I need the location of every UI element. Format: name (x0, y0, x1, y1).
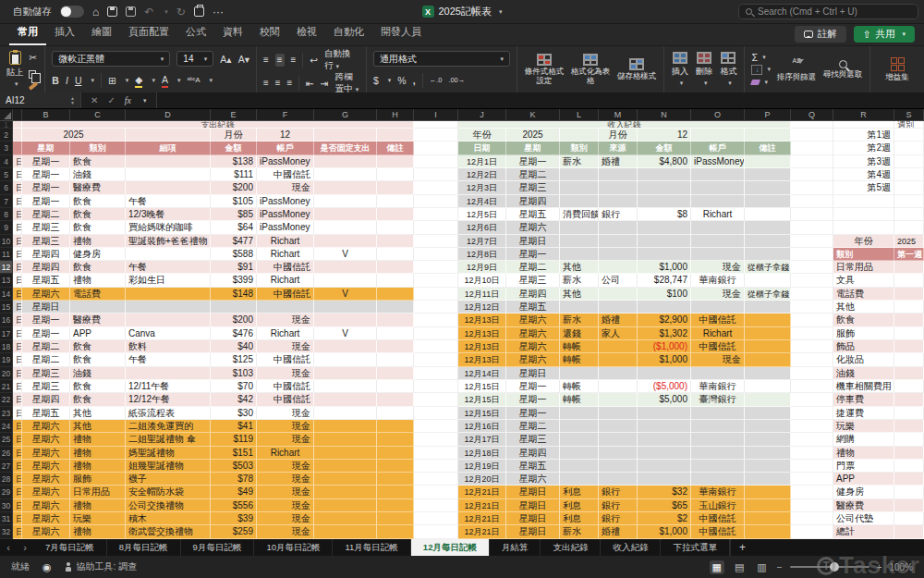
cell-G21[interactable] (314, 380, 377, 393)
cell-C9[interactable]: 飲食 (70, 221, 126, 234)
cell-E31[interactable]: $39 (211, 512, 257, 525)
row-header-31[interactable]: 31 (0, 512, 13, 525)
column-header-income-6[interactable]: 備註 (745, 141, 791, 154)
cell-F21[interactable]: 中國信託 (257, 380, 314, 393)
cell-I8[interactable] (414, 208, 458, 221)
cell-Q10[interactable] (791, 235, 833, 248)
ribbon-tab-8[interactable]: 自動化 (325, 21, 372, 45)
cell-S22[interactable] (894, 393, 924, 406)
cell-H28[interactable] (377, 473, 414, 486)
cell-M18[interactable] (599, 340, 638, 353)
cell-S25[interactable] (894, 433, 924, 446)
cell-K5[interactable]: 星期二 (506, 168, 560, 181)
cell-N9[interactable] (638, 221, 691, 234)
cell-I17[interactable] (414, 327, 458, 340)
cell-P16[interactable] (745, 314, 791, 326)
column-header-income-5[interactable]: 帳戶 (691, 141, 745, 154)
cell-B14[interactable]: 星期六 (22, 288, 70, 301)
cell-E23[interactable]: $30 (211, 407, 257, 420)
cell-G25[interactable] (314, 433, 377, 446)
cell-M26[interactable] (599, 447, 638, 460)
cell-L6[interactable] (560, 181, 599, 194)
cell-H17[interactable] (377, 327, 414, 340)
cell-D32[interactable]: 衛武營交換禮物 (126, 525, 211, 538)
cell-E16[interactable]: $200 (211, 314, 257, 326)
insert-function-icon[interactable]: fx (125, 95, 131, 105)
cell-C15[interactable] (70, 301, 126, 314)
zoom-slider[interactable] (790, 566, 869, 568)
column-header-D[interactable]: D (126, 109, 211, 121)
sheet-tab-7[interactable]: 支出紀錄 (541, 539, 601, 556)
cell-J13[interactable]: 12月10日 (458, 274, 506, 287)
cell-Q8[interactable] (791, 208, 833, 221)
cell-O9[interactable] (691, 221, 745, 234)
cell-I23[interactable] (414, 407, 458, 420)
cell-D19[interactable]: 午餐 (126, 353, 211, 366)
cell-J18[interactable]: 12月13日 (458, 340, 506, 353)
cell-B23[interactable]: 星期五 (22, 407, 70, 420)
share-button[interactable]: ⇧ 共用 ▾ (854, 26, 915, 43)
cell-G18[interactable] (314, 340, 377, 353)
cell-Q28[interactable] (791, 473, 833, 486)
cell-A30[interactable]: 日 (13, 499, 22, 512)
cell-M25[interactable] (599, 433, 638, 446)
cell-A25[interactable]: 日 (13, 433, 22, 446)
cell-O15[interactable] (691, 301, 745, 314)
cell-E28[interactable]: $78 (211, 473, 257, 486)
cell-O25[interactable] (691, 433, 745, 446)
cell-L11[interactable] (560, 248, 599, 261)
cell-P13[interactable] (745, 274, 791, 287)
cell-C20[interactable]: 油錢 (70, 367, 126, 380)
cell-M30[interactable]: 銀行 (599, 499, 638, 512)
cell-S18[interactable] (894, 340, 924, 353)
cell-O18[interactable]: 中國信託 (691, 340, 745, 353)
cell-J27[interactable]: 12月19日 (458, 460, 506, 473)
cell-K26[interactable]: 星期四 (506, 447, 560, 460)
cell-O24[interactable] (691, 420, 745, 433)
cell-R9[interactable] (833, 221, 894, 234)
select-all-corner[interactable] (0, 109, 13, 121)
cell-A24[interactable]: 日 (13, 420, 22, 433)
sheet-tab-9[interactable]: 下拉式選單 (661, 539, 730, 556)
cell-B4[interactable]: 星期一 (22, 155, 70, 168)
cell-H11[interactable] (377, 248, 414, 261)
cell-D23[interactable]: 紙張流程表 (126, 407, 211, 420)
cell-L9[interactable] (560, 221, 599, 234)
cell-styles-button[interactable]: 儲存格樣式 (616, 51, 657, 88)
decrease-font-icon[interactable]: A▾ (238, 53, 249, 66)
cell-O12[interactable]: 現金 (691, 261, 745, 274)
cell-I22[interactable] (414, 393, 458, 406)
cell-F26[interactable]: Richart (257, 447, 314, 460)
currency-icon[interactable]: $ (373, 74, 379, 87)
cell-G30[interactable] (314, 499, 377, 512)
cell-C8[interactable]: 飲食 (70, 208, 126, 221)
cell-G11[interactable]: V (314, 248, 377, 261)
cell-F6[interactable]: 現金 (257, 181, 314, 194)
cell-A26[interactable]: 日 (13, 447, 22, 460)
cell-I19[interactable] (414, 353, 458, 366)
cell-E13[interactable]: $399 (211, 274, 257, 287)
cell-I18[interactable] (414, 340, 458, 353)
align-center-icon[interactable]: ≡ (275, 77, 281, 90)
cell-B13[interactable]: 星期五 (22, 274, 70, 287)
cell-E7[interactable]: $105 (211, 195, 257, 208)
cell-G24[interactable] (314, 420, 377, 433)
cell-Q4[interactable] (791, 155, 833, 168)
row-header-14[interactable]: 14 (0, 288, 13, 301)
cell-D25[interactable]: 二姐聖誕禮物 傘 (126, 433, 211, 446)
fill-icon[interactable]: ↓ (751, 65, 762, 75)
cell-G28[interactable] (314, 473, 377, 486)
column-header-J[interactable]: J (458, 109, 506, 121)
format-cells-button[interactable]: 格式▾ (719, 51, 737, 88)
print-icon[interactable] (194, 6, 204, 17)
increase-decimal-icon[interactable]: ←.0 (430, 74, 443, 87)
cell-M16[interactable]: 婚禮 (599, 314, 638, 326)
align-right-icon[interactable]: ≡ (287, 77, 293, 90)
cell-A16[interactable]: 日 (13, 314, 22, 326)
cell-F10[interactable]: Richart (257, 235, 314, 248)
cell-H12[interactable] (377, 261, 414, 274)
cell-Q16[interactable] (791, 314, 833, 326)
cell-C27[interactable]: 禮物 (70, 460, 126, 473)
cell-O29[interactable]: 華南銀行 (691, 486, 745, 498)
cell-B18[interactable]: 星期二 (22, 340, 70, 353)
